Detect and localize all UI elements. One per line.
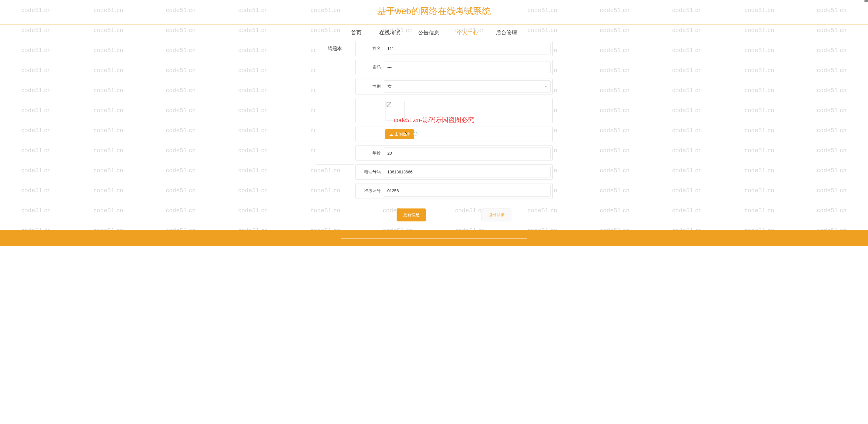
form-row-image-preview	[355, 98, 553, 123]
label-password: 密码	[356, 65, 384, 70]
app-title: 基于web的网络在线考试系统	[0, 5, 868, 18]
scrollbar-top-marker	[865, 0, 868, 2]
label-gender: 性别	[356, 84, 384, 89]
profile-form: 姓名 密码 性别 女 ▾ ☁ 上传图片 ↖ 年龄	[355, 41, 553, 221]
select-gender-value: 女	[388, 84, 392, 89]
image-preview-box	[385, 101, 405, 120]
form-row-name: 姓名	[355, 41, 553, 56]
form-row-phone: 电话号码	[355, 164, 553, 180]
form-row-age: 年龄	[355, 146, 553, 161]
upload-button-label: 上传图片	[395, 132, 410, 137]
nav-exam[interactable]: 在线考试	[379, 29, 400, 36]
sidebar-item-wrongbook[interactable]: 错题本	[316, 41, 353, 57]
label-age: 年龄	[356, 150, 384, 156]
app-header: 基于web的网络在线考试系统	[0, 0, 868, 25]
nav-admin[interactable]: 后台管理	[496, 29, 517, 36]
input-phone[interactable]	[384, 166, 551, 178]
nav-announcement[interactable]: 公告信息	[418, 29, 439, 36]
input-name[interactable]	[384, 43, 551, 55]
footer-divider	[341, 238, 527, 239]
label-name: 姓名	[356, 46, 384, 51]
cloud-upload-icon: ☁	[389, 132, 393, 137]
form-row-upload: ☁ 上传图片 ↖	[355, 127, 553, 142]
upload-image-button[interactable]: ☁ 上传图片	[385, 129, 414, 139]
label-examid: 准考证号	[356, 188, 384, 193]
label-phone: 电话号码	[356, 169, 384, 175]
select-gender[interactable]: 女 ▾	[384, 80, 551, 93]
loading-spinner-icon	[413, 132, 417, 136]
form-row-examid: 准考证号	[355, 183, 553, 199]
sidebar: 错题本	[316, 41, 354, 164]
form-button-row: 更新信息 退出登录	[355, 202, 553, 221]
chevron-down-icon: ▾	[545, 85, 547, 89]
input-age[interactable]	[384, 147, 551, 159]
form-row-gender: 性别 女 ▾	[355, 79, 553, 94]
logout-button[interactable]: 退出登录	[482, 209, 512, 221]
update-info-button[interactable]: 更新信息	[397, 209, 426, 221]
input-examid[interactable]	[384, 185, 551, 197]
nav-profile[interactable]: 个人中心	[457, 29, 478, 36]
nav-home[interactable]: 首页	[351, 29, 362, 36]
main-content: 错题本 姓名 密码 性别 女 ▾ ☁ 上传图片 ↖	[0, 41, 868, 230]
main-nav: 首页 在线考试 公告信息 个人中心 后台管理	[0, 25, 868, 41]
input-password[interactable]	[384, 62, 551, 73]
form-row-password: 密码	[355, 60, 553, 75]
page-footer	[0, 230, 868, 246]
